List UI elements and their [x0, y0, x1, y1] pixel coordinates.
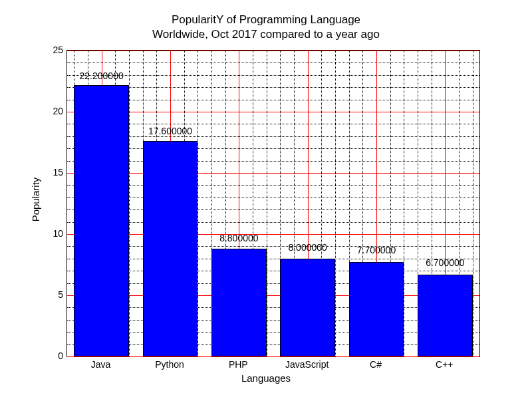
y-tick-10: 10 — [50, 228, 63, 239]
bar-javascript — [280, 259, 335, 356]
chart-title-line1: PopularitY of Programming Language — [0, 13, 532, 27]
bar-cpp — [418, 275, 473, 356]
y-tick-25: 25 — [50, 45, 63, 55]
plot-area: 22.200000 17.600000 8.800000 8.000000 7.… — [66, 50, 480, 357]
bar-label-csharp: 7.700000 — [357, 245, 396, 255]
x-tick-python: Python — [155, 359, 184, 370]
bar-java — [74, 85, 129, 356]
bar-label-java: 22.200000 — [80, 70, 124, 81]
y-tick-0: 0 — [50, 350, 63, 361]
x-tick-cpp: C++ — [436, 359, 453, 370]
bar-label-php: 8.800000 — [219, 233, 258, 243]
y-tick-15: 15 — [50, 167, 63, 178]
bar-python — [143, 141, 198, 356]
x-axis-label: Languages — [0, 372, 532, 384]
bar-php — [211, 249, 267, 356]
chart-container: PopularitY of Programming Language World… — [0, 0, 532, 399]
y-tick-5: 5 — [50, 289, 63, 300]
x-tick-csharp: C# — [370, 359, 382, 370]
y-tick-20: 20 — [50, 106, 63, 116]
bar-label-cpp: 6.700000 — [426, 257, 464, 268]
bar-label-python: 17.600000 — [148, 126, 192, 136]
x-tick-php: PHP — [229, 359, 248, 370]
bar-label-javascript: 8.000000 — [288, 242, 327, 253]
bar-csharp — [349, 262, 404, 356]
y-axis-label: Popularity — [30, 178, 41, 222]
chart-title-line2: Worldwide, Oct 2017 compared to a year a… — [0, 28, 532, 41]
x-tick-java: Java — [91, 359, 111, 370]
x-tick-javascript: JavaScript — [285, 359, 329, 370]
